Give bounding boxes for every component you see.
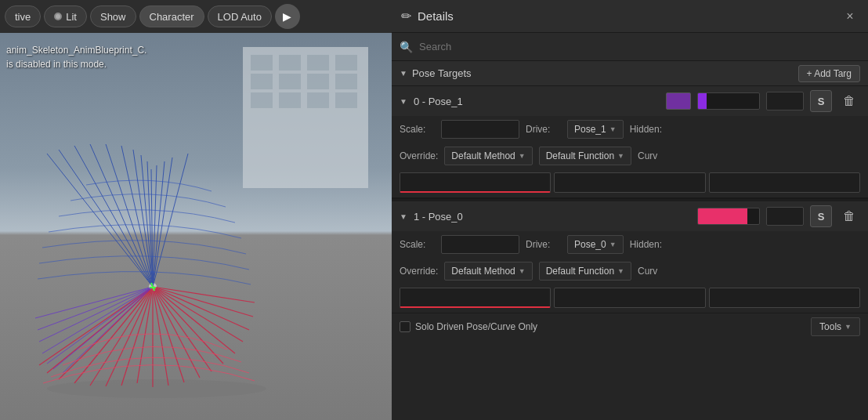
pose-0-s-button[interactable]: S bbox=[810, 90, 832, 112]
pose-0-method-value: Default Method bbox=[451, 150, 515, 161]
search-bar: 🔍 bbox=[392, 33, 868, 61]
pose-item-0: ▼ 0 - Pose_1 13.5 S 🗑 Scale: 1.0 Drive: … bbox=[392, 86, 868, 198]
pose-0-scale-input[interactable]: 1.0 bbox=[441, 120, 519, 139]
pose-1-drive-label: Drive: bbox=[526, 239, 561, 250]
pose-0-num1-input[interactable]: 110.829811 bbox=[400, 172, 551, 193]
pose-1-scale-input[interactable]: 1.0 bbox=[441, 235, 519, 254]
pose-0-value-bar[interactable] bbox=[697, 92, 760, 110]
details-panel: ✏ Details × 🔍 ▼ Pose Targets + Add Targ … bbox=[392, 0, 868, 420]
pose-0-delete-button[interactable]: 🗑 bbox=[838, 90, 860, 112]
pose-0-drive-dropdown[interactable]: Pose_1 ▼ bbox=[567, 120, 624, 139]
pose-0-override-row: Override: Default Method ▼ Default Funct… bbox=[392, 143, 868, 169]
pose-0-num2-input[interactable]: 0.0 bbox=[554, 172, 705, 193]
pose-1-drive-value: Pose_0 bbox=[574, 239, 606, 250]
pose-1-header: ▼ 1 - Pose_0 80.6 S 🗑 bbox=[392, 201, 868, 231]
pose-1-value-bar[interactable] bbox=[697, 208, 760, 225]
svg-line-15 bbox=[153, 154, 188, 287]
viewport-toolbar: tive Lit Show Character LOD Auto ▶ bbox=[0, 0, 392, 33]
pose-0-override-label: Override: bbox=[400, 150, 438, 161]
pose-0-method-arrow: ▼ bbox=[519, 152, 526, 160]
pose-1-function-dropdown[interactable]: Default Function ▼ bbox=[539, 262, 631, 281]
pose-0-function-value: Default Function bbox=[546, 150, 614, 161]
svg-line-33 bbox=[153, 287, 253, 317]
tools-arrow-icon: ▼ bbox=[844, 323, 852, 331]
solo-checkbox[interactable] bbox=[400, 321, 410, 332]
pose-1-scale-label: Scale: bbox=[400, 239, 435, 250]
svg-line-31 bbox=[153, 287, 243, 342]
svg-line-23 bbox=[137, 287, 153, 383]
skeleton-svg bbox=[31, 122, 282, 404]
pose-0-header: ▼ 0 - Pose_1 13.5 S 🗑 bbox=[392, 86, 868, 116]
svg-line-5 bbox=[90, 144, 153, 287]
search-icon: 🔍 bbox=[400, 41, 413, 53]
pose-0-curve-label: Curv bbox=[638, 150, 673, 161]
tools-label: Tools bbox=[819, 321, 841, 332]
play-button[interactable]: ▶ bbox=[275, 4, 300, 29]
pose-1-drive-dropdown[interactable]: Pose_0 ▼ bbox=[567, 235, 624, 254]
character-label: Character bbox=[150, 11, 194, 23]
svg-line-35 bbox=[35, 287, 153, 318]
pose-0-value-input[interactable]: 13.5 bbox=[766, 92, 804, 110]
viewport: tive Lit Show Character LOD Auto ▶ anim_… bbox=[0, 0, 392, 420]
pose-1-num2-input[interactable]: 0.0 bbox=[554, 288, 705, 308]
info-line2: is disabled in this mode. bbox=[6, 57, 146, 71]
svg-line-38 bbox=[42, 287, 153, 353]
perspective-button[interactable]: tive bbox=[5, 5, 41, 27]
pose-1-s-button[interactable]: S bbox=[810, 205, 832, 227]
pose-1-method-arrow: ▼ bbox=[519, 267, 526, 275]
skeleton-container bbox=[31, 122, 282, 404]
pose-1-num3-input[interactable]: 0.0 bbox=[709, 288, 860, 308]
details-header: ✏ Details × bbox=[392, 0, 868, 33]
tools-dropdown-button[interactable]: Tools ▼ bbox=[811, 317, 860, 336]
pose-1-method-dropdown[interactable]: Default Method ▼ bbox=[444, 262, 532, 281]
pose-0-color-swatch[interactable] bbox=[666, 92, 691, 110]
lit-dot-icon bbox=[54, 13, 62, 20]
pose-0-name: 0 - Pose_1 bbox=[414, 96, 660, 107]
perspective-label: tive bbox=[15, 11, 31, 23]
viewport-info: anim_Skeleton_AnimBlueprint_C. is disabl… bbox=[6, 43, 146, 71]
pose-item-1: ▼ 1 - Pose_0 80.6 S 🗑 Scale: 1.0 Drive: … bbox=[392, 201, 868, 313]
svg-line-30 bbox=[153, 287, 235, 353]
show-button[interactable]: Show bbox=[90, 5, 136, 27]
pose-0-method-dropdown[interactable]: Default Method ▼ bbox=[444, 147, 532, 165]
pose-1-hidden-label: Hidden: bbox=[630, 239, 665, 250]
section-label: Pose Targets bbox=[412, 67, 798, 79]
details-title: Details bbox=[418, 9, 835, 23]
lod-button[interactable]: LOD Auto bbox=[208, 5, 272, 27]
pose-targets-section-header: ▼ Pose Targets + Add Targ bbox=[392, 61, 868, 86]
pose-0-scale-row: Scale: 1.0 Drive: Pose_1 ▼ Hidden: bbox=[392, 116, 868, 143]
details-icon: ✏ bbox=[401, 9, 411, 24]
pose-1-num1-input[interactable]: 64.0 bbox=[400, 288, 551, 308]
pose-1-value-input[interactable]: 80.6 bbox=[766, 207, 804, 226]
bottom-row: Solo Driven Pose/Curve Only Tools ▼ bbox=[392, 313, 868, 340]
svg-line-16 bbox=[39, 287, 153, 365]
pose-0-scale-label: Scale: bbox=[400, 124, 435, 135]
solo-checkbox-label: Solo Driven Pose/Curve Only bbox=[415, 321, 537, 332]
pose-0-drive-value: Pose_1 bbox=[574, 124, 606, 135]
pose-0-collapse-icon[interactable]: ▼ bbox=[400, 97, 407, 106]
character-button[interactable]: Character bbox=[139, 5, 204, 27]
pose-1-collapse-icon[interactable]: ▼ bbox=[400, 212, 407, 221]
lod-label: LOD Auto bbox=[218, 11, 262, 23]
lit-button[interactable]: Lit bbox=[44, 5, 87, 27]
pose-1-drive-arrow: ▼ bbox=[609, 241, 617, 248]
pose-0-bar-fill bbox=[698, 93, 707, 109]
pose-1-function-arrow: ▼ bbox=[617, 267, 624, 275]
pose-1-override-label: Override: bbox=[400, 266, 438, 277]
svg-line-3 bbox=[59, 150, 153, 287]
add-target-button[interactable]: + Add Targ bbox=[798, 65, 861, 82]
lit-label: Lit bbox=[66, 11, 77, 23]
pose-0-function-arrow: ▼ bbox=[617, 152, 624, 160]
details-close-button[interactable]: × bbox=[841, 8, 859, 25]
pose-0-hidden-label: Hidden: bbox=[630, 124, 665, 135]
search-input[interactable] bbox=[419, 41, 860, 52]
svg-line-14 bbox=[153, 158, 172, 287]
solo-checkbox-wrapper: Solo Driven Pose/Curve Only bbox=[400, 321, 537, 332]
svg-line-7 bbox=[121, 146, 153, 287]
info-line1: anim_Skeleton_AnimBlueprint_C. bbox=[6, 43, 146, 57]
pose-0-num3-input[interactable]: 0.0 bbox=[709, 172, 860, 193]
pose-0-function-dropdown[interactable]: Default Function ▼ bbox=[539, 147, 631, 165]
pose-1-delete-button[interactable]: 🗑 bbox=[838, 205, 860, 227]
details-content[interactable]: ▼ Pose Targets + Add Targ ▼ 0 - Pose_1 1… bbox=[392, 61, 868, 420]
section-collapse-icon[interactable]: ▼ bbox=[400, 69, 407, 78]
